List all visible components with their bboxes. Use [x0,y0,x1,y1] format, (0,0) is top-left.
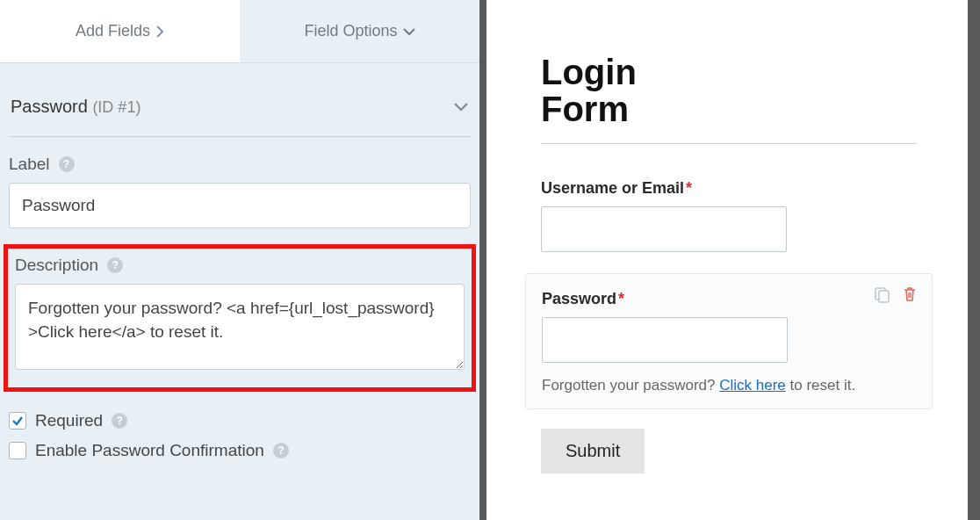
chevron-down-icon [453,102,469,112]
duplicate-icon[interactable] [872,285,891,304]
svg-rect-1 [879,291,889,302]
field-name: Password [11,97,88,116]
label-input[interactable] [9,183,471,228]
password-description: Forgotten your password? Click here to r… [542,375,916,396]
required-asterisk: * [618,290,624,307]
password-input[interactable] [542,317,788,363]
description-row: Description ? [15,256,465,275]
password-label-text: Password [542,290,616,307]
label-row: Label ? [9,155,471,174]
description-input[interactable] [15,284,465,370]
help-icon[interactable]: ? [107,257,123,273]
field-header[interactable]: Password (ID #1) [9,81,471,137]
field-actions [872,285,919,304]
label-title: Label [9,155,50,174]
tab-add-fields-label: Add Fields [76,22,150,40]
required-label: Required [35,411,103,430]
field-options-panel: Add Fields Field Options Password (ID #1… [0,0,479,520]
help-icon[interactable]: ? [112,413,127,429]
username-field[interactable]: Username or Email* [541,179,917,252]
password-field-selected[interactable]: Password* Forgotten your password? Click… [525,273,933,409]
label-group: Label ? [9,155,471,228]
required-asterisk: * [686,179,692,197]
description-title: Description [15,256,98,275]
desc-prefix: Forgotten your password? [542,377,719,394]
description-highlight: Description ? [4,244,476,392]
help-icon[interactable]: ? [59,156,75,172]
help-icon[interactable]: ? [273,443,289,459]
username-label: Username or Email* [541,179,917,198]
reset-link[interactable]: Click here [719,377,786,394]
submit-button[interactable]: Submit [541,429,645,473]
chevron-down-icon [403,27,415,36]
enable-confirm-checkbox[interactable] [9,442,26,459]
trash-icon[interactable] [900,285,919,304]
enable-confirm-row: Enable Password Confirmation ? [9,441,471,460]
description-group: Description ? [15,256,465,373]
title-divider [541,143,917,144]
username-label-text: Username or Email [541,179,684,197]
tab-field-options-label: Field Options [304,22,397,40]
field-header-title: Password (ID #1) [11,97,141,117]
form-title: Login Form [541,54,917,127]
required-row: Required ? [9,411,471,430]
panel-tabs: Add Fields Field Options [0,0,479,63]
username-input[interactable] [541,206,787,252]
tab-field-options[interactable]: Field Options [240,0,479,62]
enable-confirm-label: Enable Password Confirmation [35,441,264,460]
tab-add-fields[interactable]: Add Fields [0,0,240,62]
field-options-body: Password (ID #1) Label ? Description ? [0,63,479,480]
desc-suffix: to reset it. [786,377,855,394]
field-id: (ID #1) [92,98,141,116]
preview-panel: Login Form Username or Email* [479,0,980,520]
password-label: Password* [542,290,916,308]
preview-frame: Login Form Username or Email* [486,0,968,520]
chevron-right-icon [155,25,164,38]
required-checkbox[interactable] [9,412,26,430]
